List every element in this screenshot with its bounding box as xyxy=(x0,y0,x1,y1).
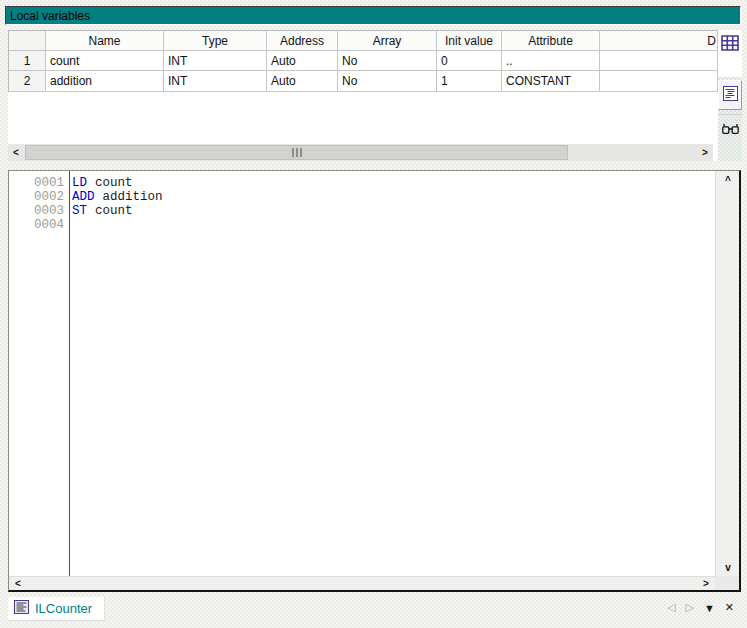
row-2-doc[interactable] xyxy=(600,71,718,92)
row-2-array[interactable]: No xyxy=(338,71,437,92)
line-number: 0001 xyxy=(9,176,69,190)
column-header-doc[interactable]: D xyxy=(600,31,718,51)
code-line-1[interactable]: 0001 LDcount xyxy=(9,176,713,190)
tab-list-icon[interactable]: ▼ xyxy=(704,602,715,614)
column-header-name[interactable]: Name xyxy=(46,31,164,51)
row-1-doc[interactable] xyxy=(600,51,718,71)
tab-prev-icon[interactable]: ◁ xyxy=(667,601,675,614)
row-1-number[interactable]: 1 xyxy=(9,51,46,71)
scroll-right-arrow-icon[interactable]: > xyxy=(697,144,713,161)
scroll-left-arrow-icon[interactable]: < xyxy=(11,577,25,590)
thumb-grip xyxy=(292,148,294,157)
find-watch-button[interactable] xyxy=(718,118,742,144)
row-2-number[interactable]: 2 xyxy=(9,71,46,92)
pou-document-icon xyxy=(14,600,29,618)
il-code-editor[interactable]: 0001 LDcount 0002 ADDaddition 0003 STcou… xyxy=(8,170,741,592)
il-operand: count xyxy=(95,176,133,190)
local-variables-pane-header[interactable]: Local variables xyxy=(5,6,741,25)
thumb-grip xyxy=(296,148,298,157)
line-number: 0004 xyxy=(9,218,69,232)
tab-navigation-controls: ◁ ▷ ▼ ✕ xyxy=(667,601,734,614)
row-1-array[interactable]: No xyxy=(338,51,437,71)
row-1-name[interactable]: count xyxy=(46,51,164,71)
il-operand: count xyxy=(95,204,133,218)
variables-table: Name Type Address Array Init value Attri… xyxy=(8,30,718,92)
binoculars-icon xyxy=(722,122,739,140)
scroll-up-arrow-icon[interactable]: ^ xyxy=(716,173,740,187)
row-1-address[interactable]: Auto xyxy=(267,51,338,71)
tab-label: ILCounter xyxy=(35,601,92,616)
row-2-address[interactable]: Auto xyxy=(267,71,338,92)
column-header-array[interactable]: Array xyxy=(338,31,437,51)
column-header-type[interactable]: Type xyxy=(164,31,267,51)
variable-table-view-button[interactable] xyxy=(718,30,742,77)
code-lines[interactable]: 0001 LDcount 0002 ADDaddition 0003 STcou… xyxy=(9,176,713,232)
scroll-down-arrow-icon[interactable]: v xyxy=(716,560,740,574)
row-2-init-value[interactable]: 1 xyxy=(437,71,502,92)
line-number: 0003 xyxy=(9,204,69,218)
thumb-grip xyxy=(300,148,302,157)
editor-vertical-scrollbar[interactable]: ^ v xyxy=(715,171,739,576)
row-1-attribute[interactable]: .. xyxy=(502,51,600,71)
pane-title: Local variables xyxy=(10,9,90,23)
pou-tab-bar: ILCounter ◁ ▷ ▼ ✕ xyxy=(0,594,747,628)
table-grid-icon xyxy=(721,35,739,77)
scroll-left-arrow-icon[interactable]: < xyxy=(8,144,24,161)
row-2-name[interactable]: addition xyxy=(46,71,164,92)
local-variables-table-panel: Name Type Address Array Init value Attri… xyxy=(8,30,718,161)
toolbar-divider xyxy=(718,114,742,115)
document-view-button[interactable] xyxy=(718,80,742,110)
editor-horizontal-scrollbar[interactable]: < > xyxy=(9,576,715,590)
row-1-init-value[interactable]: 0 xyxy=(437,51,502,71)
column-header-address[interactable]: Address xyxy=(267,31,338,51)
column-header-init-value[interactable]: Init value xyxy=(437,31,502,51)
code-line-4[interactable]: 0004 xyxy=(9,218,713,232)
code-line-2[interactable]: 0002 ADDaddition xyxy=(9,190,713,204)
tab-close-icon[interactable]: ✕ xyxy=(725,601,734,614)
scrollbar-corner xyxy=(715,576,739,590)
table-horizontal-scrollbar[interactable]: < > xyxy=(8,144,713,161)
table-scrollbar-thumb[interactable] xyxy=(25,145,568,160)
il-keyword: ST xyxy=(72,204,87,218)
view-toolbar xyxy=(718,30,742,161)
column-header-attribute[interactable]: Attribute xyxy=(502,31,600,51)
document-list-icon xyxy=(723,86,738,105)
il-keyword: LD xyxy=(72,176,87,190)
row-1-type[interactable]: INT xyxy=(164,51,267,71)
il-keyword: ADD xyxy=(72,190,95,204)
code-line-3[interactable]: 0003 STcount xyxy=(9,204,713,218)
row-2-attribute[interactable]: CONSTANT xyxy=(502,71,600,92)
tab-ilcounter[interactable]: ILCounter xyxy=(8,597,105,621)
column-header-rownum[interactable] xyxy=(9,31,46,51)
tab-next-icon[interactable]: ▷ xyxy=(685,601,693,614)
row-2-type[interactable]: INT xyxy=(164,71,267,92)
line-number: 0002 xyxy=(9,190,69,204)
il-operand: addition xyxy=(103,190,163,204)
scroll-right-arrow-icon[interactable]: > xyxy=(699,577,713,590)
